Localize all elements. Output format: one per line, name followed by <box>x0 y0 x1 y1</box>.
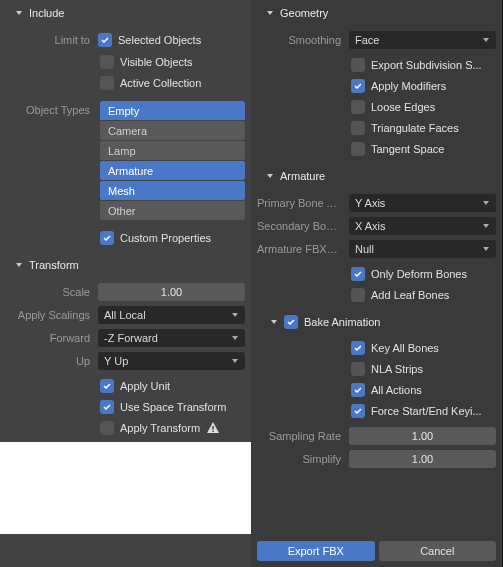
forward-dropdown[interactable]: -Z Forward <box>98 329 245 347</box>
chevron-down-icon <box>14 8 24 18</box>
forward-label: Forward <box>6 332 98 344</box>
chevron-down-icon <box>269 317 279 327</box>
use-space-transform-label: Use Space Transform <box>120 401 226 413</box>
apply-scalings-dropdown[interactable]: All Local <box>98 306 245 324</box>
apply-modifiers-checkbox[interactable] <box>351 79 365 93</box>
cancel-button[interactable]: Cancel <box>379 541 497 561</box>
apply-modifiers-label: Apply Modifiers <box>371 80 446 92</box>
svg-rect-1 <box>212 431 213 432</box>
all-actions-label: All Actions <box>371 384 422 396</box>
limit-to-label: Limit to <box>6 34 98 46</box>
simplify-label: Simplify <box>257 453 349 465</box>
apply-unit-checkbox[interactable] <box>100 379 114 393</box>
force-start-label: Force Start/End Keyi... <box>371 405 482 417</box>
visible-objects-label: Visible Objects <box>120 56 193 68</box>
smoothing-label: Smoothing <box>257 34 349 46</box>
armature-header[interactable]: Armature <box>251 166 502 186</box>
visible-objects-checkbox[interactable] <box>100 55 114 69</box>
up-label: Up <box>6 355 98 367</box>
apply-unit-label: Apply Unit <box>120 380 170 392</box>
primary-bone-label: Primary Bone A... <box>257 197 349 209</box>
loose-edges-label: Loose Edges <box>371 101 435 113</box>
apply-transform-label: Apply Transform <box>120 422 200 434</box>
type-mesh[interactable]: Mesh <box>100 181 245 200</box>
sampling-rate-input[interactable]: 1.00 <box>349 427 496 445</box>
include-title: Include <box>29 7 64 19</box>
chevron-down-icon <box>14 260 24 270</box>
geometry-header[interactable]: Geometry <box>251 3 502 23</box>
key-all-checkbox[interactable] <box>351 341 365 355</box>
tangent-space-label: Tangent Space <box>371 143 444 155</box>
sampling-rate-label: Sampling Rate <box>257 430 349 442</box>
svg-rect-0 <box>212 426 213 430</box>
active-collection-label: Active Collection <box>120 77 201 89</box>
tangent-space-checkbox[interactable] <box>351 142 365 156</box>
armature-fbxnode-dropdown[interactable]: Null <box>349 240 496 258</box>
apply-transform-checkbox[interactable] <box>100 421 114 435</box>
armature-fbxnode-label: Armature FBXN... <box>257 243 349 255</box>
armature-title: Armature <box>280 170 325 182</box>
bake-animation-checkbox[interactable] <box>284 315 298 329</box>
up-dropdown[interactable]: Y Up <box>98 352 245 370</box>
type-armature[interactable]: Armature <box>100 161 245 180</box>
export-subdiv-checkbox[interactable] <box>351 58 365 72</box>
custom-properties-checkbox[interactable] <box>100 231 114 245</box>
object-types-label: Object Types <box>6 104 98 116</box>
key-all-label: Key All Bones <box>371 342 439 354</box>
include-header[interactable]: Include <box>0 3 251 23</box>
active-collection-checkbox[interactable] <box>100 76 114 90</box>
add-leaf-label: Add Leaf Bones <box>371 289 449 301</box>
chevron-down-icon <box>265 171 275 181</box>
whitespace <box>0 442 251 534</box>
selected-objects-checkbox[interactable] <box>98 33 112 47</box>
add-leaf-checkbox[interactable] <box>351 288 365 302</box>
bake-animation-title: Bake Animation <box>304 316 380 328</box>
triangulate-label: Triangulate Faces <box>371 122 459 134</box>
scale-input[interactable]: 1.00 <box>98 283 245 301</box>
warning-icon <box>206 421 220 435</box>
apply-scalings-label: Apply Scalings <box>6 309 98 321</box>
triangulate-checkbox[interactable] <box>351 121 365 135</box>
type-lamp[interactable]: Lamp <box>100 141 245 160</box>
geometry-title: Geometry <box>280 7 328 19</box>
custom-properties-label: Custom Properties <box>120 232 211 244</box>
transform-header[interactable]: Transform <box>0 255 251 275</box>
type-other[interactable]: Other <box>100 201 245 220</box>
nla-label: NLA Strips <box>371 363 423 375</box>
only-deform-checkbox[interactable] <box>351 267 365 281</box>
force-start-checkbox[interactable] <box>351 404 365 418</box>
transform-title: Transform <box>29 259 79 271</box>
use-space-transform-checkbox[interactable] <box>100 400 114 414</box>
primary-bone-dropdown[interactable]: Y Axis <box>349 194 496 212</box>
secondary-bone-label: Secondary Bon... <box>257 220 349 232</box>
bake-animation-header[interactable]: Bake Animation <box>251 312 502 332</box>
nla-checkbox[interactable] <box>351 362 365 376</box>
loose-edges-checkbox[interactable] <box>351 100 365 114</box>
export-subdiv-label: Export Subdivision S... <box>371 59 482 71</box>
secondary-bone-dropdown[interactable]: X Axis <box>349 217 496 235</box>
type-camera[interactable]: Camera <box>100 121 245 140</box>
chevron-down-icon <box>265 8 275 18</box>
scale-label: Scale <box>6 286 98 298</box>
smoothing-dropdown[interactable]: Face <box>349 31 496 49</box>
selected-objects-label: Selected Objects <box>118 34 201 46</box>
all-actions-checkbox[interactable] <box>351 383 365 397</box>
only-deform-label: Only Deform Bones <box>371 268 467 280</box>
type-empty[interactable]: Empty <box>100 101 245 120</box>
export-fbx-button[interactable]: Export FBX <box>257 541 375 561</box>
simplify-input[interactable]: 1.00 <box>349 450 496 468</box>
